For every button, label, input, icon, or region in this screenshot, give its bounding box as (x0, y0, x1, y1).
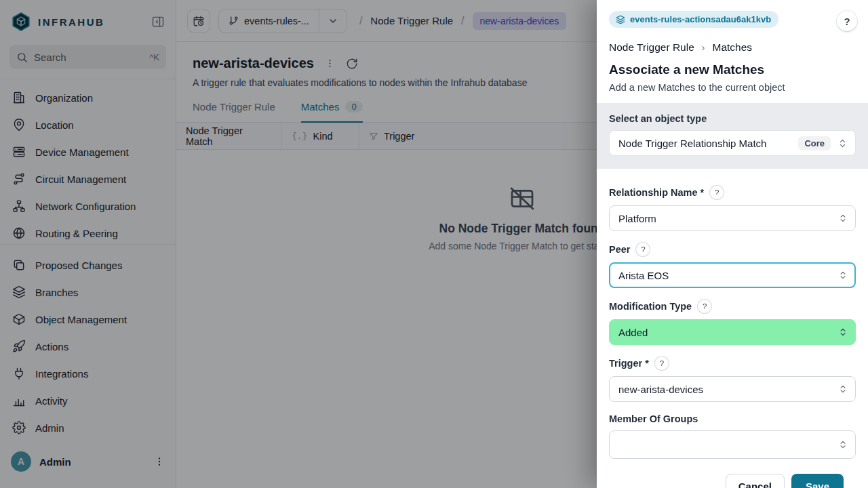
field-label: Trigger * (609, 358, 649, 369)
help-icon[interactable]: ? (636, 243, 650, 256)
member-of-groups-select[interactable] (609, 430, 856, 459)
field-peer: Peer ? Arista EOS (609, 243, 856, 288)
field-modification-type: Modification Type ? Added (609, 300, 856, 345)
field-label: Modification Type (609, 301, 692, 312)
breadcrumb-chevron: › (702, 42, 705, 53)
drawer-subtitle: Add a new Matches to the current object (609, 82, 857, 93)
branch-badge[interactable]: events-rules-actionsadau6ak1kvb (609, 11, 778, 28)
help-icon[interactable]: ? (655, 357, 669, 370)
help-icon[interactable]: ? (698, 300, 711, 313)
associate-matches-drawer: events-rules-actionsadau6ak1kvb ? Node T… (597, 0, 868, 488)
object-type-section: Select an object type Node Trigger Relat… (597, 103, 868, 169)
relationship-name-select[interactable]: Platform (609, 205, 856, 231)
save-button[interactable]: Save (791, 474, 844, 488)
cancel-button[interactable]: Cancel (726, 474, 785, 488)
chevrons-up-down-icon (838, 440, 848, 449)
chevrons-up-down-icon (838, 214, 848, 223)
help-button[interactable]: ? (837, 11, 857, 31)
drawer-breadcrumb: Node Trigger Rule › Matches (609, 41, 857, 54)
trigger-select[interactable]: new-arista-devices (609, 376, 856, 402)
core-badge: Core (798, 136, 831, 150)
object-type-label: Select an object type (609, 113, 856, 124)
field-member-of-groups: Member Of Groups (609, 413, 856, 459)
chevrons-up-down-icon (838, 384, 848, 394)
drawer-breadcrumb-parent[interactable]: Node Trigger Rule (609, 41, 694, 54)
field-relationship-name: Relationship Name * ? Platform (609, 186, 856, 231)
object-type-select[interactable]: Node Trigger Relationship Match Core (609, 130, 856, 156)
field-label: Relationship Name * (609, 187, 704, 198)
help-icon[interactable]: ? (710, 186, 724, 199)
layers-icon (616, 15, 625, 24)
drawer-breadcrumb-current[interactable]: Matches (712, 41, 752, 54)
drawer-form: Relationship Name * ? Platform Peer ? Ar… (597, 169, 868, 488)
drawer-title: Associate a new Matches (609, 62, 857, 77)
peer-select[interactable]: Arista EOS (609, 262, 856, 288)
field-label: Peer (609, 244, 630, 255)
field-trigger: Trigger * ? new-arista-devices (609, 357, 856, 402)
chevrons-up-down-icon (837, 138, 848, 148)
drawer-actions: Cancel Save (609, 459, 856, 488)
field-label: Member Of Groups (609, 413, 698, 424)
modification-type-select[interactable]: Added (609, 319, 856, 345)
chevrons-up-down-icon (838, 270, 848, 280)
chevrons-up-down-icon (838, 327, 848, 337)
